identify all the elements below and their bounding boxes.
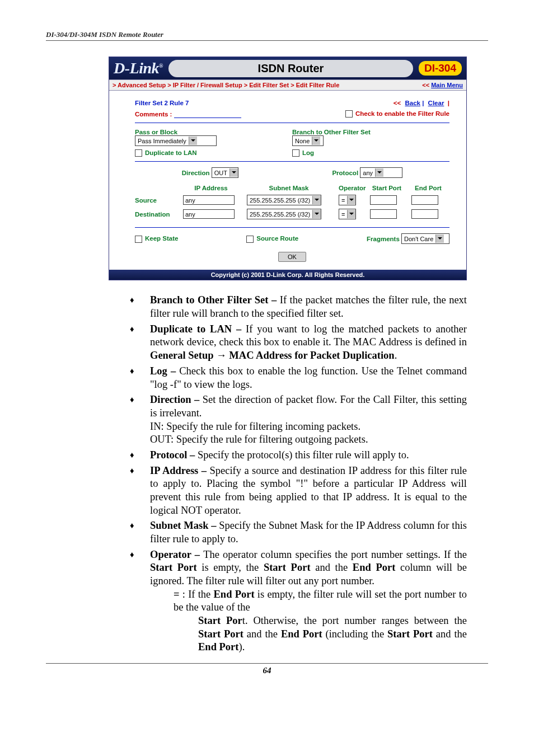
checkbox-icon — [246, 236, 254, 243]
divider — [135, 161, 449, 162]
ok-button[interactable]: OK — [278, 252, 306, 262]
chevron-down-icon — [312, 137, 320, 145]
dst-op-select[interactable]: = — [339, 209, 356, 219]
list-item: Operator – The operator column specifies… — [130, 548, 467, 654]
clear-link[interactable]: Clear — [428, 100, 444, 106]
chevron-down-icon — [312, 196, 321, 204]
dup-check[interactable]: Duplicate to LAN — [135, 149, 197, 156]
src-end-input[interactable] — [411, 195, 438, 205]
row-source: Source — [135, 195, 175, 205]
src-start-input[interactable] — [370, 195, 397, 205]
direction-select[interactable]: OUT — [212, 167, 238, 178]
comments-input[interactable] — [174, 110, 241, 118]
col-op: Operator — [339, 185, 362, 191]
col-end: End Port — [411, 185, 445, 191]
src-ip-input[interactable]: any — [183, 195, 235, 205]
dst-start-input[interactable] — [370, 209, 397, 219]
page-number: 64 — [46, 663, 488, 675]
dst-ip-input[interactable]: any — [183, 209, 235, 219]
top-band: D-Link® ISDN Router DI-304 — [109, 57, 466, 79]
title: ISDN Router — [168, 60, 413, 77]
main-menu-link[interactable]: << Main Menu — [422, 82, 463, 88]
col-start: Start Port — [370, 185, 404, 191]
list-item: IP Address – Specify a source and destin… — [130, 464, 467, 518]
checkbox-icon — [135, 149, 142, 157]
branch-select[interactable]: None — [292, 135, 324, 146]
protocol-label: Protocol — [332, 170, 358, 176]
comments-label: Comments : — [135, 111, 172, 118]
dst-mask-select[interactable]: 255.255.255.255 (/32) — [247, 209, 321, 219]
list-item: Protocol – Specify the protocol(s) this … — [130, 449, 467, 462]
filter-title: Filter Set 2 Rule 7 — [135, 100, 189, 106]
pass-select[interactable]: Pass Immediately — [135, 135, 217, 146]
checkbox-icon — [345, 110, 353, 118]
src-op-select[interactable]: = — [339, 195, 356, 205]
checkbox-icon — [135, 236, 142, 243]
chevron-down-icon — [435, 234, 444, 243]
src-mask-select[interactable]: 255.255.255.255 (/32) — [247, 195, 321, 205]
chevron-down-icon — [375, 168, 383, 177]
enable-rule-check[interactable]: Check to enable the Filter Rule — [345, 110, 449, 118]
divider — [135, 227, 449, 228]
list-item: Duplicate to LAN – If you want to log th… — [130, 323, 467, 363]
copyright: Copyright (c) 2001 D-Link Corp. All Righ… — [109, 270, 466, 280]
router-screenshot: D-Link® ISDN Router DI-304 > Advanced Se… — [109, 57, 467, 280]
chevron-down-icon — [229, 168, 238, 177]
divider — [135, 123, 449, 123]
form-body: Filter Set 2 Rule 7 << Back | Clear | Co… — [109, 91, 466, 270]
protocol-select[interactable]: any — [360, 167, 402, 178]
definition-list: Branch to Other Filter Set – If the pack… — [130, 294, 488, 654]
pass-label: Pass or Block — [135, 129, 292, 135]
list-item: Log – Check this box to enable the log f… — [130, 365, 467, 391]
back-clear-links: << Back | Clear | — [394, 100, 449, 106]
chevron-down-icon — [347, 210, 355, 218]
brand-logo: D-Link® — [114, 59, 163, 77]
chevron-down-icon — [189, 137, 197, 145]
keep-state-check[interactable]: Keep State — [135, 235, 178, 242]
list-item: Branch to Other Filter Set – If the pack… — [130, 294, 467, 320]
list-item: Direction – Set the direction of packet … — [130, 393, 467, 447]
col-mask: Subnet Mask — [247, 185, 331, 191]
fragments-label: Fragments — [367, 236, 400, 242]
back-link[interactable]: Back — [405, 100, 420, 106]
breadcrumb: > Advanced Setup > IP Filter / Firewall … — [113, 82, 339, 88]
fragments-select[interactable]: Don't Care — [401, 233, 449, 244]
chevron-down-icon — [347, 196, 355, 204]
model-badge: DI-304 — [419, 61, 462, 76]
doc-header: DI-304/DI-304M ISDN Remote Router — [46, 30, 488, 41]
col-ip: IP Address — [183, 185, 239, 191]
source-route-check[interactable]: Source Route — [246, 235, 298, 242]
breadcrumb-bar: > Advanced Setup > IP Filter / Firewall … — [109, 79, 466, 91]
list-item: Subnet Mask – Specify the Subnet Mask fo… — [130, 519, 467, 546]
row-dest: Destination — [135, 209, 175, 219]
log-check[interactable]: Log — [292, 149, 314, 156]
addr-table: IP Address Subnet Mask Operator Start Po… — [135, 185, 449, 219]
chevron-down-icon — [312, 210, 321, 218]
branch-label: Branch to Other Filter Set — [292, 129, 449, 135]
direction-label: Direction — [182, 170, 210, 176]
checkbox-icon — [292, 149, 299, 157]
dst-end-input[interactable] — [411, 209, 438, 219]
